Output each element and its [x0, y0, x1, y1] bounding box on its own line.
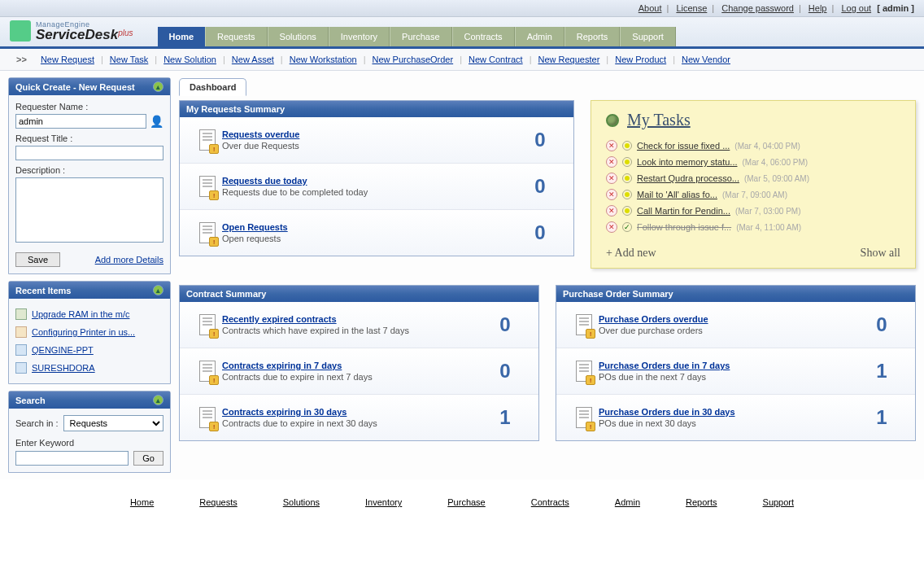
go-button[interactable]: Go [133, 451, 163, 466]
subnav-new-workstation[interactable]: New Workstation [290, 55, 357, 64]
row-title[interactable]: Recently expired contracts [222, 314, 485, 324]
tab-requests[interactable]: Requests [205, 27, 267, 46]
header: ManageEngine ServiceDeskplus HomeRequest… [0, 17, 924, 49]
row-title[interactable]: Purchase Orders due in 7 days [599, 361, 861, 370]
tab-admin[interactable]: Admin [515, 27, 564, 46]
footer-contracts[interactable]: Contracts [531, 497, 569, 507]
row-title[interactable]: Purchase Orders due in 30 days [599, 407, 861, 417]
row-title[interactable]: Open Requests [222, 222, 520, 232]
add-task-link[interactable]: + Add new [606, 247, 656, 260]
tab-contracts[interactable]: Contracts [452, 27, 515, 46]
recent-link[interactable]: Upgrade RAM in the m/c [32, 309, 129, 319]
subnav-new-product[interactable]: New Product [615, 55, 666, 64]
delete-task-icon[interactable]: ✕ [606, 205, 617, 217]
task-time: (Mar 4, 04:00 PM) [734, 142, 800, 151]
tab-home[interactable]: Home [158, 27, 206, 46]
logo-icon [10, 20, 31, 42]
row-title[interactable]: Purchase Orders overdue [599, 314, 861, 324]
task-link[interactable]: Call Martin for Pendin... [637, 206, 730, 216]
row-title[interactable]: Contracts expiring in 30 days [222, 407, 485, 417]
change-password-link[interactable]: Change password [721, 3, 794, 13]
footer-solutions[interactable]: Solutions [283, 497, 320, 507]
delete-task-icon[interactable]: ✕ [606, 140, 617, 151]
delete-task-icon[interactable]: ✕ [606, 221, 617, 233]
tab-reports[interactable]: Reports [564, 27, 621, 46]
subnav-new-solution[interactable]: New Solution [163, 55, 216, 64]
description-input[interactable] [15, 177, 163, 243]
subnav-new-request[interactable]: New Request [41, 55, 94, 64]
footer-purchase[interactable]: Purchase [447, 497, 485, 507]
footer-admin[interactable]: Admin [615, 497, 640, 507]
logout-link[interactable]: Log out [841, 3, 871, 13]
delete-task-icon[interactable]: ✕ [606, 189, 617, 200]
subnav-new-requester[interactable]: New Requester [538, 55, 600, 64]
task-item: ✕Call Martin for Pendin...(Mar 7, 03:00 … [606, 203, 900, 219]
request-row: !Requests due todayRequests due to be co… [180, 163, 573, 209]
subnav-new-contract[interactable]: New Contract [469, 55, 523, 64]
task-status-icon[interactable] [622, 157, 632, 167]
add-more-details-link[interactable]: Add more Details [95, 255, 163, 265]
row-count: 0 [485, 313, 525, 336]
subnav-new-vendor[interactable]: New Vendor [682, 55, 730, 64]
tab-solutions[interactable]: Solutions [268, 27, 329, 46]
dashboard-tab[interactable]: Dashboard [179, 78, 246, 96]
task-link[interactable]: Check for issue fixed ... [637, 141, 730, 151]
task-link[interactable]: Look into memory statu... [637, 157, 738, 167]
task-status-icon[interactable] [622, 190, 632, 199]
footer-requests[interactable]: Requests [199, 497, 237, 507]
footer-inventory[interactable]: Inventory [365, 497, 402, 507]
tab-inventory[interactable]: Inventory [329, 27, 390, 46]
task-status-icon[interactable] [622, 206, 632, 216]
subnav-new-task[interactable]: New Task [110, 55, 148, 64]
recent-link[interactable]: Configuring Printer in us... [32, 327, 135, 337]
row-count: 1 [861, 360, 902, 383]
person-icon[interactable]: 👤 [150, 115, 163, 128]
row-title[interactable]: Requests due today [222, 176, 520, 186]
subnav-new-asset[interactable]: New Asset [232, 55, 274, 64]
task-link[interactable]: Follow through issue f... [637, 222, 731, 232]
row-title[interactable]: Contracts expiring in 7 days [222, 361, 485, 370]
row-icon: ! [569, 361, 599, 382]
row-icon: ! [193, 407, 222, 428]
task-time: (Mar 5, 09:00 AM) [744, 174, 809, 183]
row-subtitle: Contracts due to expire in next 7 days [222, 372, 485, 382]
collapse-icon[interactable]: ▴ [153, 81, 163, 92]
row-count: 0 [520, 129, 560, 151]
description-label: Description : [15, 165, 163, 175]
recent-link[interactable]: SURESHDORA [32, 363, 95, 373]
requester-input[interactable] [15, 114, 146, 129]
row-count: 1 [485, 406, 525, 429]
search-in-label: Search in : [15, 418, 59, 428]
search-in-select[interactable]: Requests [63, 415, 163, 431]
task-link[interactable]: Restart Qudra processo... [637, 173, 739, 183]
footer-support[interactable]: Support [763, 497, 795, 507]
subnav-new-purchaseorder[interactable]: New PurchaseOrder [372, 55, 453, 64]
request-title-input[interactable] [15, 146, 163, 160]
footer-home[interactable]: Home [130, 497, 154, 507]
task-status-icon[interactable] [622, 222, 632, 232]
row-subtitle: Contracts which have expired in the last… [222, 326, 485, 335]
task-status-icon[interactable] [622, 141, 632, 151]
help-link[interactable]: Help [808, 3, 827, 13]
save-button[interactable]: Save [15, 252, 60, 267]
request-title-label: Request Title : [15, 133, 163, 143]
footer-reports[interactable]: Reports [686, 497, 717, 507]
main-area: Dashboard My Requests Summary !Requests … [179, 77, 916, 457]
item-icon [15, 344, 27, 356]
task-link[interactable]: Mail to 'All' alias fo... [637, 190, 717, 199]
sidebar: Quick Create - New Request▴ Requester Na… [8, 77, 171, 473]
license-link[interactable]: License [676, 3, 707, 13]
about-link[interactable]: About [639, 3, 662, 13]
show-all-tasks-link[interactable]: Show all [861, 247, 900, 260]
row-icon: ! [193, 222, 222, 243]
keyword-input[interactable] [15, 451, 129, 466]
delete-task-icon[interactable]: ✕ [606, 156, 617, 168]
delete-task-icon[interactable]: ✕ [606, 173, 617, 184]
collapse-icon[interactable]: ▴ [153, 285, 163, 295]
task-status-icon[interactable] [622, 173, 632, 183]
row-title[interactable]: Requests overdue [222, 129, 520, 139]
tab-purchase[interactable]: Purchase [390, 27, 451, 46]
recent-link[interactable]: QENGINE-PPT [32, 345, 94, 355]
collapse-icon[interactable]: ▴ [153, 395, 163, 405]
tab-support[interactable]: Support [620, 27, 676, 46]
